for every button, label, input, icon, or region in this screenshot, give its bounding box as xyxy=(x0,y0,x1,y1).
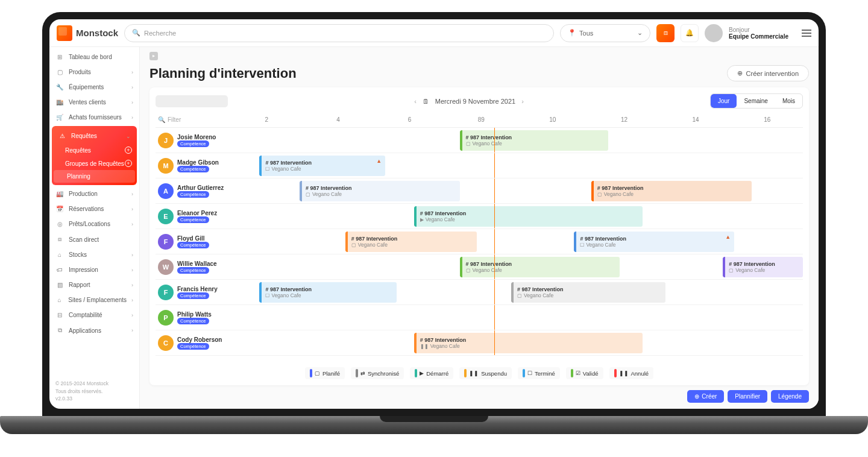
view-jour[interactable]: Jour xyxy=(711,94,737,108)
person-cell[interactable]: A Arthur Gutierrez Compétence xyxy=(156,178,231,203)
person-cell[interactable]: E Eleanor Perez Compétence xyxy=(156,204,231,228)
chevron-right-icon: › xyxy=(131,99,133,106)
create-intervention-button[interactable]: ⊕ Créer intervention xyxy=(727,65,809,81)
menu-icon: 🏭 xyxy=(55,191,64,197)
intervention-event[interactable]: # 987 Intervention ▶Vegano Cafe xyxy=(414,206,643,227)
sidebar-item[interactable]: 🏷 Impression › xyxy=(49,262,139,277)
status-icon: ▢ xyxy=(729,268,734,273)
intervention-event[interactable]: # 987 Intervention ▢Vegano Cafe xyxy=(591,181,752,201)
now-line xyxy=(494,229,495,254)
view-semaine[interactable]: Semaine xyxy=(737,94,775,108)
sidebar-item[interactable]: ◎ Prêts/Locations › xyxy=(49,216,139,232)
status-icon: ▶ xyxy=(420,217,424,222)
creer-button[interactable]: ⊕Créer xyxy=(687,390,724,403)
view-mois[interactable]: Mois xyxy=(775,94,802,108)
legend-icon: ❚❚ xyxy=(619,370,629,376)
sidebar-label: Ventes clients xyxy=(69,99,106,106)
now-line xyxy=(494,305,495,330)
prev-date-button[interactable]: ‹ xyxy=(414,98,417,105)
next-date-button[interactable]: › xyxy=(521,98,524,105)
intervention-event[interactable]: # 987 Intervention ▢Vegano Cafe xyxy=(300,181,460,201)
legend-label: Démarré xyxy=(426,370,448,377)
menu-icon: ▧ xyxy=(55,282,64,288)
scan-button[interactable]: ⧈ xyxy=(656,24,675,42)
event-location: ▢Vegano Cafe xyxy=(306,191,456,197)
intervention-event[interactable]: # 987 Intervention ▢Vegano Cafe xyxy=(460,130,609,151)
intervention-event[interactable]: # 987 Intervention ☐Vegano Cafe xyxy=(259,282,397,303)
timeline-rows: J Josie Moreno Compétence # 987 Interven… xyxy=(156,128,803,364)
sidebar-item[interactable]: ▧ Rapport › xyxy=(49,277,139,292)
sidebar-item[interactable]: 🛒 Achats fournisseurs › xyxy=(49,110,139,125)
menu-icon: ⧉ xyxy=(55,327,64,334)
intervention-event[interactable]: # 987 Intervention ▢Vegano Cafe xyxy=(723,257,803,277)
sidebar-item[interactable]: 🏬 Ventes clients › xyxy=(49,95,139,110)
person-cell[interactable]: M Madge Gibson Compétence xyxy=(156,153,231,178)
person-cell[interactable]: W Willie Wallace Compétence xyxy=(156,254,231,279)
timeline-lane: # 987 Intervention ▢Vegano Cafe xyxy=(231,128,803,153)
person-cell[interactable]: P Philip Watts Compétence xyxy=(156,305,231,330)
person-tag: Compétence xyxy=(177,191,209,198)
chevron-right-icon: › xyxy=(131,327,133,333)
logo[interactable]: Monstock xyxy=(57,25,118,41)
timeline-lane: # 987 Intervention ▢Vegano Cafe # 987 In… xyxy=(231,229,803,254)
intervention-event[interactable]: # 987 Intervention ☐Vegano Cafe ▲ xyxy=(259,156,385,176)
sidebar-subitem[interactable]: Requêtes + xyxy=(52,143,137,157)
sidebar-subitem[interactable]: Planning xyxy=(54,170,135,183)
sidebar-item[interactable]: ⧉ Applications › xyxy=(49,323,139,338)
sidebar-item[interactable]: ⊟ Comptabilité › xyxy=(49,307,139,323)
event-location: ▶Vegano Cafe xyxy=(420,216,640,222)
intervention-event[interactable]: # 987 Intervention ▢Vegano Cafe xyxy=(460,257,620,277)
sidebar-item[interactable]: ⊞ Tableau de bord xyxy=(49,49,139,65)
legend-item: ▶ Démarré xyxy=(410,367,453,379)
add-icon[interactable]: + xyxy=(125,160,132,167)
status-icon: ❚❚ xyxy=(420,344,429,349)
intervention-event[interactable]: # 987 Intervention ☐Vegano Cafe ▲ xyxy=(574,232,734,252)
search-input[interactable]: 🔍 Recherche xyxy=(124,24,554,42)
person-cell[interactable]: F Floyd Gill Compétence xyxy=(156,229,231,254)
sidebar: ⊞ Tableau de bord ▢ Produits › 🔧 Équipem… xyxy=(49,47,140,409)
chevron-right-icon: › xyxy=(131,267,133,273)
add-icon[interactable]: + xyxy=(125,147,132,154)
timeline-lane: # 987 Intervention ▢Vegano Cafe # 987 In… xyxy=(231,178,803,203)
person-cell[interactable]: F Francis Henry Compétence xyxy=(156,280,231,304)
location-filter[interactable]: 📍 Tous ⌄ xyxy=(560,24,650,42)
event-location: ❚❚Vegano Cafe xyxy=(420,343,640,349)
sidebar-item[interactable]: 🔧 Équipements › xyxy=(49,80,139,95)
legend-item: ▢ Planifé xyxy=(305,367,345,379)
sidebar-label: Équipements xyxy=(69,84,104,90)
sidebar-item[interactable]: ⧈ Scan direct xyxy=(49,232,139,247)
person-cell[interactable]: C Cody Roberson Compétence xyxy=(156,330,231,355)
legende-button[interactable]: Légende xyxy=(771,390,809,403)
legend-icon: ☐ xyxy=(527,370,532,376)
sidebar-item[interactable]: ⌂ Sites / Emplacements › xyxy=(49,292,139,307)
intervention-event[interactable]: # 987 Intervention ❚❚Vegano Cafe xyxy=(414,333,643,353)
notifications-button[interactable]: 🔔 xyxy=(681,24,699,42)
intervention-event[interactable]: # 987 Intervention ▢Vegano Cafe xyxy=(511,282,665,303)
filter-input[interactable]: 🔍 Filter xyxy=(156,116,231,123)
person-cell[interactable]: J Josie Moreno Compétence xyxy=(156,128,231,153)
sidebar-item[interactable]: 🏭 Production › xyxy=(49,186,139,201)
sidebar-item-requetes[interactable]: ⚠ Requêtes ⌄ xyxy=(52,128,137,143)
status-icon: ☐ xyxy=(265,166,269,172)
timeline-lane xyxy=(231,305,803,330)
status-icon: ▢ xyxy=(466,268,471,273)
avatar[interactable] xyxy=(705,24,723,42)
person-name: Philip Watts xyxy=(177,311,212,318)
sidebar-item[interactable]: ⌂ Stocks › xyxy=(49,247,139,262)
menu-button[interactable] xyxy=(802,30,811,37)
sidebar-label: Production xyxy=(69,191,98,197)
now-line xyxy=(494,128,495,153)
plannifier-button[interactable]: Plannifier xyxy=(728,390,767,403)
legend-item: ⇄ Synchronisé xyxy=(351,367,404,379)
sidebar-item[interactable]: ▢ Produits › xyxy=(49,65,139,80)
menu-icon: ▢ xyxy=(55,69,64,75)
chevron-right-icon: › xyxy=(131,282,133,288)
sidebar-label: Impression xyxy=(69,266,98,273)
sidebar-item[interactable]: 📅 Réservations › xyxy=(49,201,139,216)
legend-label: Planifé xyxy=(322,370,340,377)
chevron-right-icon: › xyxy=(131,297,133,303)
collapse-sidebar-button[interactable]: ▸ xyxy=(149,52,158,60)
intervention-event[interactable]: # 987 Intervention ▢Vegano Cafe xyxy=(345,232,477,252)
sidebar-subitem[interactable]: Groupes de Requêtes + xyxy=(52,157,137,170)
event-title: # 987 Intervention xyxy=(517,286,662,292)
